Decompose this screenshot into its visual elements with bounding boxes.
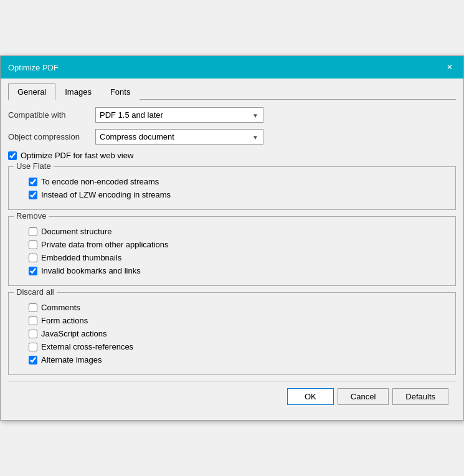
remove-items: Document structure Private data from oth…	[16, 227, 448, 275]
object-compression-label: Object compression	[8, 132, 95, 141]
list-item: To encode non-encoded streams	[29, 177, 448, 186]
title-bar: Optimize PDF ×	[1, 56, 463, 79]
object-compression-row: Object compression Compress document Rem…	[8, 129, 456, 145]
dialog-content: General Images Fonts Compatible with PDF…	[1, 79, 463, 420]
defaults-button[interactable]: Defaults	[392, 388, 448, 405]
encode-non-encoded-label: To encode non-encoded streams	[41, 177, 159, 186]
alternate-images-label: Alternate images	[41, 355, 102, 364]
compatible-with-select-wrapper: PDF 1.5 and later PDF 1.6 and later PDF …	[95, 107, 263, 123]
object-compression-select[interactable]: Compress document Remove compression Non…	[95, 129, 263, 145]
list-item: Private data from other applications	[29, 240, 448, 249]
tab-bar: General Images Fonts	[8, 83, 456, 100]
document-structure-label: Document structure	[41, 227, 111, 236]
use-flate-group: Use Flate To encode non-encoded streams …	[8, 166, 456, 210]
optimize-fast-web-label: Optimize PDF for fast web view	[21, 151, 133, 160]
tab-images[interactable]: Images	[55, 83, 101, 100]
form-actions-label: Form actions	[41, 316, 88, 325]
dialog: Optimize PDF × General Images Fonts Comp…	[0, 55, 464, 421]
dialog-footer: OK Cancel Defaults	[8, 381, 456, 412]
instead-lzw-label: Instead of LZW encoding in streams	[41, 190, 171, 199]
compatible-with-row: Compatible with PDF 1.5 and later PDF 1.…	[8, 107, 456, 123]
javascript-actions-label: JavaScript actions	[41, 329, 107, 338]
list-item: Alternate images	[29, 355, 448, 364]
use-flate-legend: Use Flate	[14, 161, 54, 171]
alternate-images-checkbox[interactable]	[29, 356, 37, 364]
remove-group: Remove Document structure Private data f…	[8, 216, 456, 286]
comments-checkbox[interactable]	[29, 303, 37, 312]
tab-fonts[interactable]: Fonts	[101, 83, 140, 100]
invalid-bookmarks-label: Invalid bookmarks and links	[41, 266, 141, 275]
tab-general[interactable]: General	[8, 83, 55, 100]
list-item: Invalid bookmarks and links	[29, 266, 448, 275]
list-item: Comments	[29, 303, 448, 312]
list-item: Document structure	[29, 227, 448, 236]
external-cross-references-checkbox[interactable]	[29, 343, 37, 351]
list-item: Form actions	[29, 316, 448, 325]
encode-non-encoded-checkbox[interactable]	[29, 178, 37, 186]
close-button[interactable]: ×	[443, 61, 456, 74]
embedded-thumbnails-checkbox[interactable]	[29, 254, 37, 262]
discard-all-items: Comments Form actions JavaScript actions…	[16, 303, 448, 364]
cancel-button[interactable]: Cancel	[338, 388, 389, 405]
document-structure-checkbox[interactable]	[29, 227, 37, 236]
list-item: External cross-references	[29, 342, 448, 351]
javascript-actions-checkbox[interactable]	[29, 330, 37, 338]
optimize-fast-web-row: Optimize PDF for fast web view	[8, 151, 456, 160]
list-item: Embedded thumbnails	[29, 253, 448, 262]
dialog-title: Optimize PDF	[8, 63, 59, 72]
comments-label: Comments	[41, 303, 80, 312]
external-cross-references-label: External cross-references	[41, 342, 133, 351]
list-item: Instead of LZW encoding in streams	[29, 190, 448, 199]
private-data-label: Private data from other applications	[41, 240, 169, 249]
use-flate-items: To encode non-encoded streams Instead of…	[16, 177, 448, 199]
compatible-with-label: Compatible with	[8, 110, 95, 120]
private-data-checkbox[interactable]	[29, 240, 37, 249]
object-compression-select-wrapper: Compress document Remove compression Non…	[95, 129, 263, 145]
instead-lzw-checkbox[interactable]	[29, 191, 37, 199]
invalid-bookmarks-checkbox[interactable]	[29, 267, 37, 275]
discard-all-group: Discard all Comments Form actions JavaSc…	[8, 292, 456, 375]
form-actions-checkbox[interactable]	[29, 317, 37, 325]
remove-legend: Remove	[14, 211, 49, 221]
ok-button[interactable]: OK	[287, 388, 334, 405]
embedded-thumbnails-label: Embedded thumbnails	[41, 253, 121, 262]
discard-all-legend: Discard all	[14, 287, 57, 297]
list-item: JavaScript actions	[29, 329, 448, 338]
compatible-with-select[interactable]: PDF 1.5 and later PDF 1.6 and later PDF …	[95, 107, 263, 123]
optimize-fast-web-checkbox[interactable]	[8, 151, 17, 160]
